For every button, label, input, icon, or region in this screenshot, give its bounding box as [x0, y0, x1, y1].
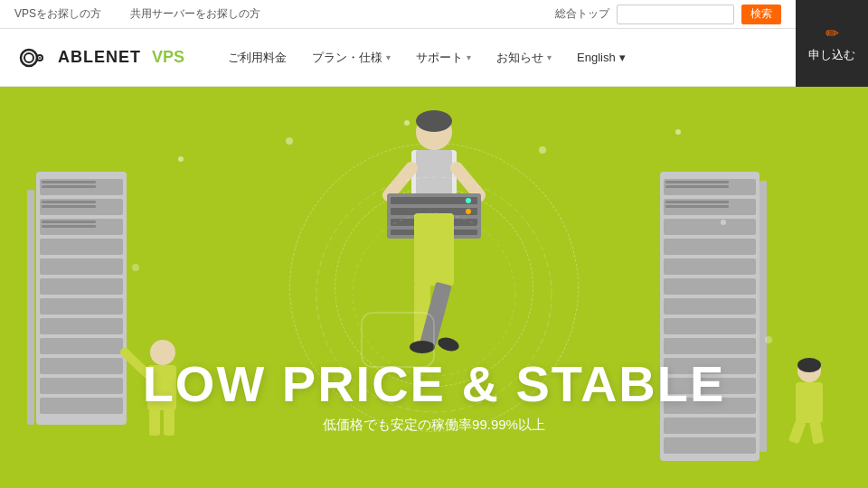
chevron-icon: ▾: [467, 52, 471, 62]
svg-rect-36: [664, 298, 756, 314]
apply-panel[interactable]: ✏ 申し込む: [796, 0, 868, 87]
svg-rect-34: [664, 258, 756, 275]
nav-item-news[interactable]: お知らせ ▾: [486, 42, 562, 73]
top-bar-right: 総合トップ 検索: [555, 5, 781, 24]
center-person: [362, 96, 506, 385]
svg-rect-14: [40, 338, 123, 354]
pencil-icon: ✏: [826, 23, 839, 43]
vps-link[interactable]: VPSをお探しの方: [14, 6, 101, 22]
nav-item-english[interactable]: English ▾: [566, 43, 637, 71]
svg-rect-33: [664, 239, 756, 255]
svg-point-72: [178, 156, 184, 162]
nav-bar: ABLENET VPS ご利用料金 プラン・仕様 ▾ サポート ▾ お知らせ ▾…: [0, 29, 868, 87]
shared-server-link[interactable]: 共用サーバーをお探しの方: [130, 6, 260, 22]
hero-text-area: LOW PRICE & STABLE 低価格でも安定の稼働率99.99%以上: [0, 359, 868, 434]
svg-rect-20: [42, 201, 96, 203]
svg-rect-48: [665, 205, 729, 208]
svg-point-76: [675, 129, 681, 135]
svg-rect-19: [42, 185, 96, 188]
svg-rect-12: [40, 298, 123, 314]
svg-rect-21: [42, 205, 96, 208]
svg-rect-61: [391, 197, 477, 204]
logo-text: ABLENET: [58, 48, 141, 67]
nav-item-support[interactable]: サポート ▾: [405, 42, 482, 73]
hero-main-text: LOW PRICE & STABLE: [0, 359, 868, 409]
svg-rect-45: [665, 181, 729, 183]
svg-point-55: [416, 110, 452, 132]
svg-point-66: [466, 209, 471, 214]
svg-point-3: [39, 57, 41, 59]
svg-rect-10: [40, 258, 123, 275]
svg-rect-13: [40, 318, 123, 334]
chevron-icon: ▾: [619, 51, 626, 64]
logo-area[interactable]: ABLENET VPS: [18, 42, 184, 74]
svg-rect-38: [664, 338, 756, 354]
svg-rect-9: [40, 239, 123, 255]
svg-point-71: [437, 335, 461, 353]
svg-point-70: [410, 341, 435, 353]
top-link[interactable]: 総合トップ: [555, 6, 609, 22]
svg-rect-32: [664, 219, 756, 235]
svg-point-75: [539, 146, 546, 154]
nav-item-plan[interactable]: プラン・仕様 ▾: [301, 42, 401, 73]
logo-icon: [18, 42, 51, 74]
svg-line-59: [457, 168, 479, 195]
search-button[interactable]: 検索: [741, 5, 781, 24]
chevron-icon: ▾: [547, 52, 552, 62]
svg-rect-43: [664, 437, 756, 454]
svg-point-1: [24, 53, 33, 62]
svg-line-58: [389, 168, 411, 195]
svg-point-0: [21, 50, 37, 66]
svg-rect-11: [40, 278, 123, 295]
svg-rect-35: [664, 278, 756, 295]
svg-rect-22: [42, 221, 96, 223]
svg-rect-67: [414, 213, 454, 286]
top-bar: VPSをお探しの方 共用サーバーをお探しの方 総合トップ 検索 ✏ 申し込む: [0, 0, 868, 29]
svg-rect-47: [665, 201, 729, 203]
svg-rect-37: [664, 318, 756, 334]
svg-point-65: [466, 198, 471, 203]
svg-rect-46: [665, 185, 729, 188]
search-input[interactable]: [617, 5, 734, 24]
hero-sub-text: 低価格でも安定の稼働率99.99%以上: [0, 417, 868, 434]
hero-section: LOW PRICE & STABLE 低価格でも安定の稼働率99.99%以上: [0, 87, 868, 488]
svg-rect-18: [42, 181, 96, 183]
apply-label: 申し込む: [808, 47, 855, 63]
nav-item-pricing[interactable]: ご利用料金: [217, 42, 297, 73]
svg-point-73: [286, 137, 293, 145]
nav-links: ご利用料金 プラン・仕様 ▾ サポート ▾ お知らせ ▾ English ▾: [217, 42, 850, 73]
vps-label: VPS: [152, 48, 184, 67]
chevron-icon: ▾: [386, 52, 391, 62]
svg-rect-23: [42, 225, 96, 228]
top-bar-left: VPSをお探しの方 共用サーバーをお探しの方: [14, 6, 555, 22]
